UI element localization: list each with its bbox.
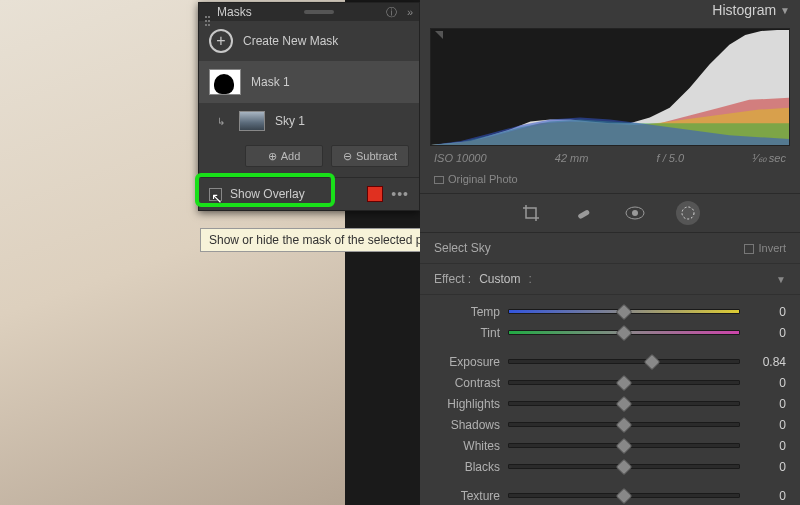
slider-track[interactable] bbox=[508, 330, 740, 335]
slider-temp[interactable]: Temp0 bbox=[420, 301, 800, 322]
slider-label: Whites bbox=[434, 439, 500, 453]
slider-knob[interactable] bbox=[616, 488, 633, 505]
add-label: Add bbox=[281, 150, 301, 162]
photo-meta: ISO 10000 42 mm f / 5.0 ¹⁄₆₀ sec bbox=[420, 150, 800, 171]
slider-knob[interactable] bbox=[616, 325, 633, 342]
slider-label: Shadows bbox=[434, 418, 500, 432]
slider-shadows[interactable]: Shadows0 bbox=[420, 414, 800, 435]
slider-value: 0 bbox=[748, 460, 786, 474]
slider-label: Highlights bbox=[434, 397, 500, 411]
slider-exposure[interactable]: Exposure0.84 bbox=[420, 351, 800, 372]
slider-track[interactable] bbox=[508, 443, 740, 448]
triangle-icon: ▼ bbox=[780, 5, 790, 16]
slider-knob[interactable] bbox=[616, 396, 633, 413]
heal-tool-icon[interactable] bbox=[572, 202, 594, 224]
slider-knob[interactable] bbox=[643, 354, 660, 371]
slider-knob[interactable] bbox=[616, 304, 633, 321]
mask-item-mask1[interactable]: Mask 1 bbox=[199, 61, 419, 103]
cursor-icon: ↖ bbox=[211, 190, 223, 206]
histogram-header[interactable]: Histogram ▼ bbox=[420, 0, 800, 20]
slider-highlights[interactable]: Highlights0 bbox=[420, 393, 800, 414]
svg-point-2 bbox=[632, 210, 638, 216]
slider-value: 0 bbox=[748, 418, 786, 432]
slider-track[interactable] bbox=[508, 401, 740, 406]
slider-track[interactable] bbox=[508, 464, 740, 469]
meta-focal: 42 mm bbox=[555, 152, 589, 165]
slider-knob[interactable] bbox=[616, 438, 633, 455]
slider-value: 0 bbox=[748, 305, 786, 319]
slider-knob[interactable] bbox=[616, 375, 633, 392]
slider-track[interactable] bbox=[508, 309, 740, 314]
masks-panel-title: Masks bbox=[217, 5, 252, 19]
original-photo-toggle[interactable]: Original Photo bbox=[420, 171, 800, 193]
slider-value: 0 bbox=[748, 326, 786, 340]
subtract-label: Subtract bbox=[356, 150, 397, 162]
effect-label: Effect : bbox=[434, 272, 471, 286]
subtract-button[interactable]: ⊖ Subtract bbox=[331, 145, 409, 167]
masks-panel-header[interactable]: Masks ⓘ » bbox=[199, 3, 419, 21]
create-new-mask-row[interactable]: + Create New Mask bbox=[199, 21, 419, 61]
invert-checkbox[interactable] bbox=[744, 244, 754, 254]
slider-value: 0 bbox=[748, 376, 786, 390]
subtract-icon: ⊖ bbox=[343, 150, 352, 163]
slider-track[interactable] bbox=[508, 380, 740, 385]
add-icon: ⊕ bbox=[268, 150, 277, 163]
meta-aperture: f / 5.0 bbox=[657, 152, 685, 165]
slider-value: 0 bbox=[748, 397, 786, 411]
slider-blacks[interactable]: Blacks0 bbox=[420, 456, 800, 477]
dropdown-icon: : bbox=[528, 272, 531, 286]
slider-label: Texture bbox=[434, 489, 500, 503]
slider-value: 0 bbox=[748, 439, 786, 453]
crop-tool-icon[interactable] bbox=[520, 202, 542, 224]
masks-panel: Masks ⓘ » + Create New Mask Mask 1 ↳ Sky… bbox=[198, 2, 420, 211]
slider-contrast[interactable]: Contrast0 bbox=[420, 372, 800, 393]
slider-label: Exposure bbox=[434, 355, 500, 369]
svg-point-3 bbox=[682, 207, 694, 219]
meta-shutter: ¹⁄₆₀ sec bbox=[752, 152, 786, 165]
mask-thumbnail bbox=[209, 69, 241, 95]
sliders-group: Temp0Tint0Exposure0.84Contrast0Highlight… bbox=[420, 295, 800, 505]
slider-label: Blacks bbox=[434, 460, 500, 474]
slider-label: Temp bbox=[434, 305, 500, 319]
section-title: Select Sky bbox=[434, 241, 491, 255]
slider-track[interactable] bbox=[508, 493, 740, 498]
slider-label: Tint bbox=[434, 326, 500, 340]
show-overlay-label: Show Overlay bbox=[230, 187, 305, 201]
select-sky-header[interactable]: Select Sky Invert bbox=[420, 233, 800, 264]
link-icon: ↳ bbox=[217, 116, 229, 127]
create-mask-label: Create New Mask bbox=[243, 34, 338, 48]
slider-value: 0.84 bbox=[748, 355, 786, 369]
effect-value: Custom bbox=[479, 272, 520, 286]
mask-tool-icon[interactable] bbox=[676, 201, 700, 225]
slider-track[interactable] bbox=[508, 422, 740, 427]
drag-handle[interactable] bbox=[258, 10, 380, 14]
add-button[interactable]: ⊕ Add bbox=[245, 145, 323, 167]
tool-strip bbox=[420, 193, 800, 233]
redeye-tool-icon[interactable] bbox=[624, 202, 646, 224]
effect-row[interactable]: Effect : Custom : ▼ bbox=[420, 264, 800, 295]
slider-knob[interactable] bbox=[616, 459, 633, 476]
sky-thumbnail bbox=[239, 111, 265, 131]
info-icon[interactable]: ⓘ bbox=[386, 5, 397, 20]
invert-label: Invert bbox=[758, 242, 786, 254]
slider-tint[interactable]: Tint0 bbox=[420, 322, 800, 343]
original-label: Original Photo bbox=[448, 173, 518, 185]
slider-whites[interactable]: Whites0 bbox=[420, 435, 800, 456]
mask-label: Sky 1 bbox=[275, 114, 305, 128]
checkbox-icon bbox=[434, 176, 444, 184]
slider-knob[interactable] bbox=[616, 417, 633, 434]
histogram-title: Histogram bbox=[712, 2, 776, 18]
overlay-color-swatch[interactable] bbox=[367, 186, 383, 202]
triangle-icon[interactable]: ▼ bbox=[776, 274, 786, 285]
histogram[interactable] bbox=[430, 28, 790, 146]
slider-texture[interactable]: Texture0 bbox=[420, 485, 800, 505]
slider-label: Contrast bbox=[434, 376, 500, 390]
svg-rect-0 bbox=[577, 209, 590, 219]
mask-label: Mask 1 bbox=[251, 75, 290, 89]
mask-item-sky1[interactable]: ↳ Sky 1 bbox=[199, 103, 419, 139]
slider-track[interactable] bbox=[508, 359, 740, 364]
more-icon[interactable]: ••• bbox=[391, 186, 409, 202]
collapse-icon[interactable]: » bbox=[407, 6, 413, 18]
slider-value: 0 bbox=[748, 489, 786, 503]
plus-icon: + bbox=[209, 29, 233, 53]
